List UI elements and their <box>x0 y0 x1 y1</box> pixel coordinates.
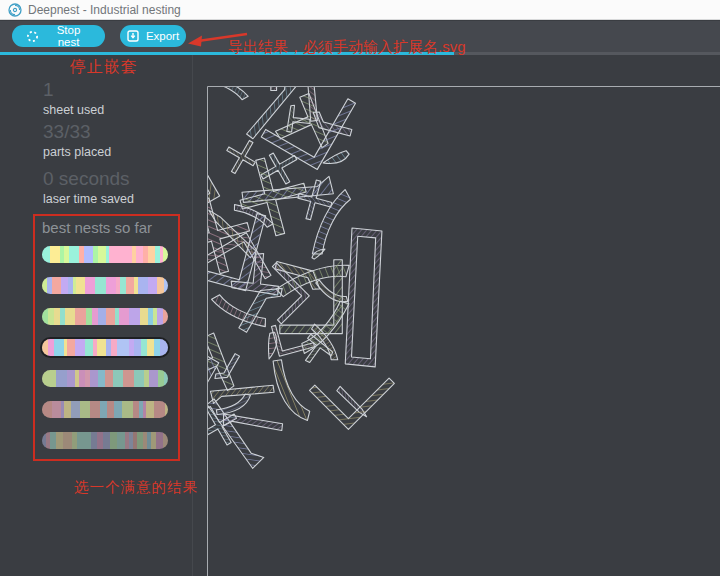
nested-part <box>345 228 382 367</box>
spinner-icon <box>26 30 39 43</box>
export-button[interactable]: Export <box>120 25 186 47</box>
nested-part <box>271 55 284 91</box>
nested-parts-group <box>193 55 394 472</box>
nest-canvas-svg[interactable] <box>193 55 720 576</box>
export-icon <box>127 30 139 42</box>
stat-value: 33/33 <box>43 121 111 142</box>
annotation-stop-note: 停止嵌套 <box>70 57 138 78</box>
stop-nest-button[interactable]: Stop nest <box>12 25 105 47</box>
nested-part <box>316 280 348 302</box>
nest-canvas[interactable] <box>193 55 720 576</box>
title-bar: Deepnest - Industrial nesting <box>0 0 720 20</box>
stat-parts: 33/33 parts placed <box>43 121 111 159</box>
stat-label: sheet used <box>43 103 104 117</box>
stat-value: 0 seconds <box>43 168 134 189</box>
stat-label: parts placed <box>43 145 111 159</box>
app-logo-icon <box>8 3 22 17</box>
nested-part <box>193 142 220 222</box>
nested-part <box>219 133 263 179</box>
stat-sheets: 1 sheet used <box>43 79 104 117</box>
stat-label: laser time saved <box>43 192 134 206</box>
stat-time: 0 seconds laser time saved <box>43 168 134 206</box>
annotation-export-note: 导出结果，必须手动输入扩展名.svg <box>228 38 466 57</box>
annotation-rectangle <box>33 214 180 461</box>
export-label: Export <box>146 30 179 42</box>
stat-value: 1 <box>43 79 104 100</box>
stop-nest-label: Stop nest <box>46 24 91 48</box>
window-title: Deepnest - Industrial nesting <box>28 3 181 17</box>
annotation-select-note: 选一个满意的结果 <box>74 478 198 497</box>
